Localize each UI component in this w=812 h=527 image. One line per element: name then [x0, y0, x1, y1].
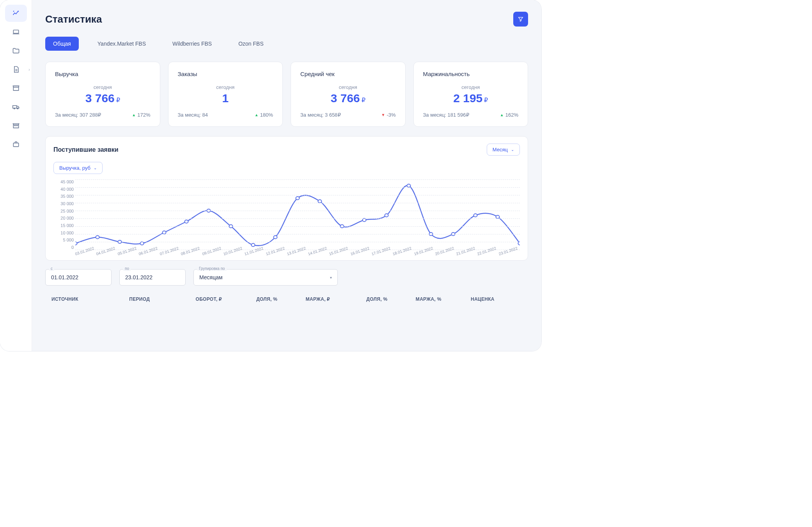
svg-point-5 — [75, 242, 77, 245]
card-delta: ▼-3% — [381, 112, 395, 118]
filter-button[interactable] — [513, 12, 528, 27]
card-title: Заказы — [178, 71, 273, 77]
filter-icon — [518, 16, 524, 22]
card-value: 3 766 — [331, 92, 360, 105]
table-column-header[interactable]: ИСТОЧНИК — [51, 296, 125, 302]
svg-point-9 — [162, 231, 166, 234]
table-column-header[interactable]: МАРЖА, ₽ — [306, 296, 363, 302]
svg-point-8 — [140, 242, 144, 245]
card-value: 1 — [222, 92, 229, 105]
tab-1[interactable]: Yandex.Market FBS — [90, 37, 154, 51]
group-by-select[interactable]: Месяцам ▾ — [193, 269, 338, 286]
card-delta: ▲172% — [132, 112, 150, 118]
date-to-label: по — [123, 266, 131, 271]
svg-point-19 — [385, 214, 388, 217]
sidebar-item-document-icon[interactable]: › — [5, 61, 27, 78]
date-to-input[interactable]: 23.01.2022 — [119, 269, 186, 286]
card-title: Маржинальность — [423, 71, 519, 77]
up-arrow-icon: ▲ — [500, 113, 504, 117]
chevron-right-icon: › — [28, 67, 30, 72]
up-arrow-icon: ▲ — [132, 113, 136, 117]
table-column-header[interactable]: ПЕРИОД — [129, 296, 191, 302]
sidebar-item-market-icon[interactable] — [5, 117, 27, 134]
line-chart — [75, 179, 520, 250]
dropdown-arrow-icon: ▾ — [330, 275, 332, 280]
svg-point-23 — [473, 214, 477, 217]
card-sub: сегодня — [300, 84, 396, 90]
card-sub: сегодня — [423, 84, 519, 90]
card-month: За месяц: 181 596₽ — [423, 112, 469, 118]
sidebar-item-briefcase-icon[interactable] — [5, 136, 27, 153]
main-content: Статистика ОбщаяYandex.Market FBSWildber… — [32, 0, 541, 351]
currency: ₽ — [484, 97, 488, 103]
tabs: ОбщаяYandex.Market FBSWildberries FBSOzo… — [45, 37, 528, 51]
stat-card-1: Заказысегодня1За месяц: 84▲180% — [168, 62, 283, 127]
table-column-header[interactable]: НАЦЕНКА — [471, 296, 522, 302]
tab-0[interactable]: Общая — [45, 37, 79, 51]
chart-card: Поступившие заявки Месяц ⌄ Выручка, руб … — [45, 136, 528, 261]
card-value: 3 766 — [85, 92, 115, 105]
date-from-label: с — [49, 266, 54, 271]
svg-point-6 — [96, 236, 99, 239]
svg-point-13 — [251, 243, 255, 247]
stat-card-2: Средний чексегодня3 766₽За месяц: 3 658₽… — [291, 62, 406, 127]
date-from-input[interactable]: 01.01.2022 — [45, 269, 112, 286]
table-column-header[interactable]: ДОЛЯ, % — [256, 296, 302, 302]
table-header: ИСТОЧНИКПЕРИОДОБОРОТ, ₽ДОЛЯ, %МАРЖА, ₽ДО… — [45, 293, 528, 306]
svg-point-18 — [362, 218, 366, 222]
chart-body: 45 00040 00035 00030 00025 00020 00015 0… — [53, 179, 520, 256]
chevron-down-icon: ⌄ — [511, 147, 514, 152]
card-sub: сегодня — [178, 84, 273, 90]
svg-rect-0 — [13, 30, 18, 33]
svg-point-16 — [318, 200, 321, 203]
svg-rect-4 — [13, 143, 18, 147]
metric-label: Выручка, руб — [59, 165, 90, 171]
svg-point-24 — [496, 215, 499, 218]
metric-select[interactable]: Выручка, руб ⌄ — [53, 162, 103, 174]
sidebar-item-truck-icon[interactable] — [5, 98, 27, 115]
sidebar-item-pos-icon[interactable] — [5, 23, 27, 41]
svg-point-14 — [273, 236, 277, 239]
period-select[interactable]: Месяц ⌄ — [487, 144, 520, 156]
chart-title: Поступившие заявки — [53, 146, 119, 153]
stat-cards: Выручкасегодня3 766₽За месяц: 307 288₽▲1… — [45, 62, 528, 127]
sidebar-item-folder-icon[interactable] — [5, 42, 27, 59]
stat-card-3: Маржинальностьсегодня2 195₽За месяц: 181… — [413, 62, 528, 127]
card-value: 2 195 — [453, 92, 482, 105]
card-month: За месяц: 84 — [178, 112, 208, 118]
table-column-header[interactable]: ОБОРОТ, ₽ — [196, 296, 253, 302]
tab-2[interactable]: Wildberries FBS — [165, 37, 220, 51]
svg-point-20 — [407, 184, 410, 187]
card-delta: ▲180% — [255, 112, 273, 118]
card-month: За месяц: 3 658₽ — [300, 112, 341, 118]
currency: ₽ — [362, 97, 365, 103]
sidebar-item-stats-icon[interactable] — [5, 5, 27, 22]
stat-card-0: Выручкасегодня3 766₽За месяц: 307 288₽▲1… — [45, 62, 160, 127]
page-title: Статистика — [45, 13, 102, 25]
card-title: Средний чек — [300, 71, 396, 77]
up-arrow-icon: ▲ — [255, 113, 259, 117]
period-label: Месяц — [493, 147, 508, 153]
card-delta: ▲162% — [500, 112, 518, 118]
sidebar: › — [0, 0, 32, 351]
table-column-header[interactable]: ДОЛЯ, % — [366, 296, 412, 302]
tab-3[interactable]: Ozon FBS — [230, 37, 271, 51]
down-arrow-icon: ▼ — [381, 113, 385, 117]
currency: ₽ — [116, 97, 120, 103]
svg-point-25 — [518, 242, 520, 245]
svg-point-10 — [184, 220, 188, 223]
card-sub: сегодня — [55, 84, 151, 90]
card-month: За месяц: 307 288₽ — [55, 112, 101, 118]
card-title: Выручка — [55, 71, 151, 77]
svg-point-15 — [296, 197, 299, 200]
table-filters: с 01.01.2022 по 23.01.2022 Групировка по… — [45, 269, 528, 286]
group-by-label: Групировка по — [197, 266, 227, 271]
table-column-header[interactable]: МАРЖА, % — [416, 296, 467, 302]
sidebar-item-storefront-icon[interactable] — [5, 80, 27, 97]
chevron-down-icon: ⌄ — [94, 166, 97, 170]
